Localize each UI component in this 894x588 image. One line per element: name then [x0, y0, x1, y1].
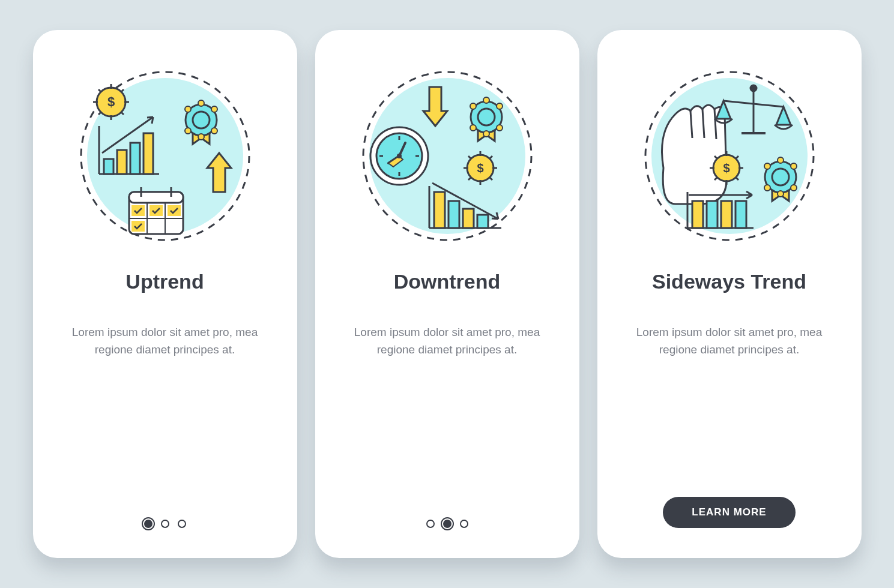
svg-point-45 [483, 97, 489, 103]
svg-point-16 [185, 128, 191, 134]
svg-rect-68 [463, 209, 474, 228]
svg-point-53 [397, 154, 402, 158]
svg-point-15 [211, 106, 217, 112]
svg-point-91 [778, 157, 784, 163]
svg-rect-23 [117, 150, 127, 174]
svg-point-88 [791, 163, 797, 169]
dot-3[interactable] [178, 520, 186, 528]
svg-rect-67 [449, 201, 459, 228]
svg-rect-33 [131, 205, 145, 216]
svg-rect-25 [143, 133, 153, 174]
card-title: Sideways Trend [652, 270, 806, 293]
svg-point-90 [791, 185, 797, 191]
card-title: Downtrend [394, 270, 501, 293]
svg-point-89 [764, 185, 770, 191]
svg-text:$: $ [477, 161, 483, 175]
svg-point-17 [211, 128, 217, 134]
svg-point-41 [470, 103, 476, 109]
card-body: Lorem ipsum dolor sit amet pro, mea regi… [633, 323, 826, 497]
svg-rect-97 [721, 201, 732, 228]
dot-1[interactable] [426, 520, 435, 528]
svg-point-44 [497, 125, 503, 131]
svg-point-19 [198, 134, 204, 140]
pagination-dots [426, 520, 468, 528]
sideways-illustration: $ < [639, 66, 820, 246]
onboarding-card-uptrend: $ [33, 30, 297, 558]
svg-rect-96 [707, 201, 717, 228]
onboarding-card-sideways: $ < [597, 30, 862, 558]
card-body: Lorem ipsum dolor sit amet pro, mea regi… [69, 323, 261, 520]
card-title: Uptrend [125, 270, 204, 293]
svg-rect-69 [477, 215, 488, 228]
svg-rect-35 [168, 205, 181, 216]
svg-text:$: $ [107, 94, 114, 109]
svg-point-42 [497, 103, 503, 109]
svg-rect-98 [735, 201, 746, 228]
svg-rect-36 [131, 221, 145, 232]
learn-more-button[interactable]: LEARN MORE [663, 497, 795, 528]
downtrend-illustration: $ [357, 66, 537, 246]
onboarding-card-downtrend: $ Downtrend Lorem ipsum dolor sit amet p… [315, 30, 579, 558]
svg-rect-24 [130, 143, 140, 174]
svg-point-43 [470, 125, 476, 131]
svg-point-87 [764, 163, 770, 169]
dot-1[interactable] [144, 520, 153, 528]
svg-point-18 [198, 100, 204, 106]
svg-rect-66 [434, 192, 445, 228]
dot-2[interactable] [161, 520, 169, 528]
svg-text:$: $ [723, 161, 729, 175]
svg-rect-22 [104, 159, 113, 174]
pagination-dots [144, 520, 186, 528]
svg-point-92 [778, 191, 784, 197]
svg-rect-27 [129, 192, 183, 203]
dot-3[interactable] [460, 520, 468, 528]
svg-point-73 [751, 85, 757, 91]
svg-rect-34 [150, 205, 163, 216]
svg-point-46 [483, 131, 489, 137]
svg-line-7 [98, 89, 101, 92]
dot-2[interactable] [443, 520, 452, 528]
svg-rect-95 [692, 201, 703, 228]
uptrend-illustration: $ [75, 66, 255, 246]
card-body: Lorem ipsum dolor sit amet pro, mea regi… [351, 323, 543, 520]
svg-point-14 [185, 106, 191, 112]
